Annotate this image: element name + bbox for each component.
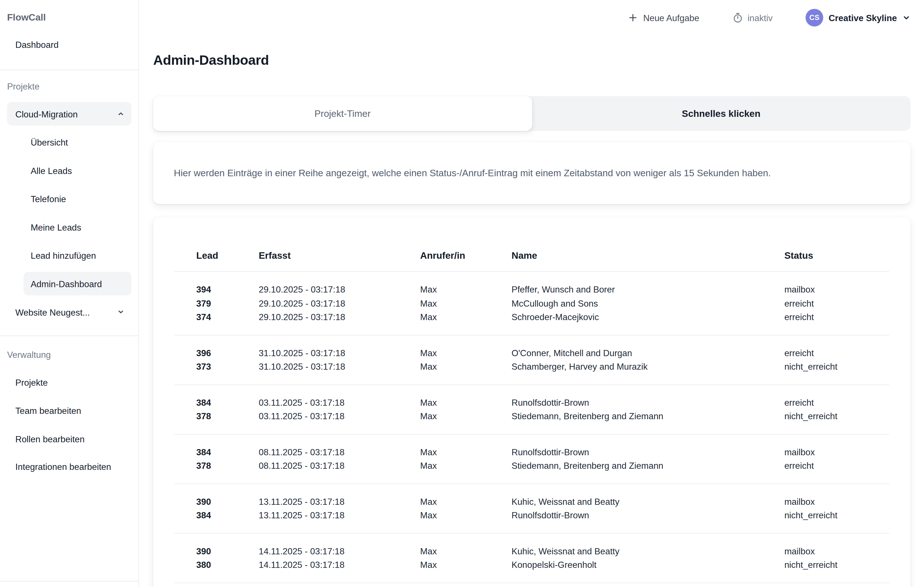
table-row[interactable]: 38403.11.2025 - 03:17:18MaxRunolfsdottir… — [175, 395, 889, 409]
cell-anrufer: Max — [420, 447, 512, 457]
cell-anrufer: Max — [420, 546, 512, 556]
cell-erfasst: 08.11.2025 - 03:17:18 — [259, 447, 420, 457]
cell-erfasst: 03.11.2025 - 03:17:18 — [259, 397, 420, 407]
sidebar-item-lead-hinzufuegen[interactable]: Lead hinzufügen — [24, 243, 131, 267]
cell-erfasst: 31.10.2025 - 03:17:18 — [259, 362, 420, 372]
sidebar-divider — [0, 581, 139, 581]
cell-status: erreicht — [784, 461, 889, 471]
sidebar-item-cloud-migration[interactable]: Cloud-Migration — [7, 102, 131, 126]
column-header-name: Name — [512, 251, 784, 261]
cell-lead: 379 — [175, 298, 259, 308]
table-row[interactable]: 37808.11.2025 - 03:17:18MaxStiedemann, B… — [175, 459, 889, 473]
account-menu[interactable]: CS Creative Skyline — [805, 9, 911, 26]
chevron-down-icon — [117, 308, 124, 315]
sidebar-item-alle-leads[interactable]: Alle Leads — [24, 159, 131, 182]
sidebar-item-website-neugestaltung[interactable]: Website Neugest... — [7, 300, 131, 324]
cell-erfasst: 13.11.2025 - 03:17:18 — [259, 510, 420, 520]
cell-name: Kuhic, Weissnat and Beatty — [512, 496, 784, 506]
column-header-anrufer: Anrufer/in — [420, 251, 512, 261]
table-row[interactable]: 38014.11.2025 - 03:17:18MaxKonopelski-Gr… — [175, 558, 889, 572]
cell-status: nicht_erreicht — [784, 362, 889, 372]
sidebar-item-dashboard[interactable]: Dashboard — [7, 32, 131, 56]
brand-logo: FlowCall — [7, 11, 131, 25]
timer-status-label: inaktiv — [747, 13, 773, 23]
table-group: 38403.11.2025 - 03:17:18MaxRunolfsdottir… — [175, 385, 889, 435]
sidebar-item-rollen-bearbeiten[interactable]: Rollen bearbeiten — [7, 427, 131, 450]
cell-lead: 390 — [175, 496, 259, 506]
cell-name: Pfeffer, Wunsch and Borer — [512, 284, 784, 294]
cell-erfasst: 29.10.2025 - 03:17:18 — [259, 312, 420, 322]
cell-name: Konopelski-Greenholt — [512, 560, 784, 570]
sidebar-item-label: Meine Leads — [31, 222, 81, 232]
table-row[interactable]: 38408.11.2025 - 03:17:18MaxRunolfsdottir… — [175, 445, 889, 459]
cell-name: Schamberger, Harvey and Murazik — [512, 362, 784, 372]
cell-anrufer: Max — [420, 284, 512, 294]
cell-lead: 384 — [175, 510, 259, 520]
tab-projekt-timer[interactable]: Projekt-Timer — [153, 96, 532, 131]
table-group: 39631.10.2025 - 03:17:18MaxO'Conner, Mit… — [175, 335, 889, 385]
cell-status: mailbox — [784, 447, 889, 457]
table-row[interactable]: 38413.11.2025 - 03:17:18MaxRunolfsdottir… — [175, 508, 889, 522]
cell-erfasst: 08.11.2025 - 03:17:18 — [259, 461, 420, 471]
table-row[interactable]: 37929.10.2025 - 03:17:18MaxMcCullough an… — [175, 296, 889, 310]
cell-erfasst: 13.11.2025 - 03:17:18 — [259, 496, 420, 506]
sidebar-item-projekte[interactable]: Projekte — [7, 370, 131, 394]
sidebar-item-telefonie[interactable]: Telefonie — [24, 187, 131, 211]
timer-status[interactable]: inaktiv — [732, 12, 773, 23]
sidebar-item-label: Dashboard — [15, 39, 59, 49]
cell-anrufer: Max — [420, 397, 512, 407]
main-area: Neue Aufgabe inaktiv CS Creative Skyline — [139, 0, 924, 587]
sidebar-section-projekte: Projekte — [7, 80, 131, 93]
cell-lead: 396 — [175, 348, 259, 358]
cell-name: Runolfsdottir-Brown — [512, 397, 784, 407]
table-row[interactable]: 39631.10.2025 - 03:17:18MaxO'Conner, Mit… — [175, 346, 889, 359]
sidebar-item-uebersicht[interactable]: Übersicht — [24, 131, 131, 154]
cell-lead: 378 — [175, 461, 259, 471]
table-row[interactable]: 37331.10.2025 - 03:17:18MaxSchamberger, … — [175, 360, 889, 374]
sidebar-item-label: Team bearbeiten — [15, 405, 81, 415]
column-header-lead: Lead — [175, 251, 259, 261]
cell-lead: 394 — [175, 284, 259, 294]
table-group: 39429.10.2025 - 03:17:18MaxPfeffer, Wuns… — [175, 272, 889, 335]
cell-name: O'Conner, Mitchell and Durgan — [512, 348, 784, 358]
plus-icon — [629, 13, 638, 23]
cell-name: McCullough and Sons — [512, 298, 784, 308]
description-text: Hier werden Einträge in einer Reihe ange… — [174, 168, 771, 179]
sidebar-divider — [0, 69, 139, 70]
sidebar-item-label: Telefonie — [31, 194, 66, 204]
cell-status: erreicht — [784, 397, 889, 407]
cell-lead: 374 — [175, 312, 259, 322]
table-group: 39013.11.2025 - 03:17:18MaxKuhic, Weissn… — [175, 484, 889, 533]
table-row[interactable]: 39013.11.2025 - 03:17:18MaxKuhic, Weissn… — [175, 494, 889, 508]
sidebar-divider — [0, 336, 139, 336]
cell-name: Stiedemann, Breitenberg and Ziemann — [512, 461, 784, 471]
table-row[interactable]: 39014.11.2025 - 03:17:18MaxKuhic, Weissn… — [175, 544, 889, 558]
cell-erfasst: 29.10.2025 - 03:17:18 — [259, 284, 420, 294]
cell-status: nicht_erreicht — [784, 510, 889, 520]
cell-status: nicht_erreicht — [784, 560, 889, 570]
table-row[interactable]: 37429.10.2025 - 03:17:18MaxSchroeder-Mac… — [175, 310, 889, 324]
cell-lead: 378 — [175, 411, 259, 421]
cell-anrufer: Max — [420, 496, 512, 506]
tab-schnelles-klicken[interactable]: Schnelles klicken — [532, 96, 911, 131]
new-task-button[interactable]: Neue Aufgabe — [629, 13, 700, 23]
sidebar: FlowCall Dashboard Projekte Cloud-Migrat… — [0, 0, 139, 587]
sidebar-item-label: Lead hinzufügen — [31, 250, 96, 260]
table-group: 38408.11.2025 - 03:17:18MaxRunolfsdottir… — [175, 435, 889, 484]
cell-anrufer: Max — [420, 348, 512, 358]
sidebar-item-meine-leads[interactable]: Meine Leads — [24, 215, 131, 239]
cell-name: Runolfsdottir-Brown — [512, 447, 784, 457]
sidebar-item-integrationen-bearbeiten[interactable]: Integrationen bearbeiten — [7, 455, 131, 478]
sidebar-item-admin-dashboard[interactable]: Admin-Dashboard — [24, 272, 131, 296]
cell-name: Stiedemann, Breitenberg and Ziemann — [512, 411, 784, 421]
cell-erfasst: 14.11.2025 - 03:17:18 — [259, 560, 420, 570]
table-row[interactable]: 39429.10.2025 - 03:17:18MaxPfeffer, Wuns… — [175, 283, 889, 296]
sidebar-item-team-bearbeiten[interactable]: Team bearbeiten — [7, 398, 131, 422]
cell-erfasst: 14.11.2025 - 03:17:18 — [259, 546, 420, 556]
sidebar-item-label: Rollen bearbeiten — [15, 433, 84, 444]
cell-lead: 380 — [175, 560, 259, 570]
cell-anrufer: Max — [420, 560, 512, 570]
sidebar-item-label: Website Neugest... — [15, 307, 90, 317]
cell-erfasst: 29.10.2025 - 03:17:18 — [259, 298, 420, 308]
table-row[interactable]: 37803.11.2025 - 03:17:18MaxStiedemann, B… — [175, 409, 889, 423]
